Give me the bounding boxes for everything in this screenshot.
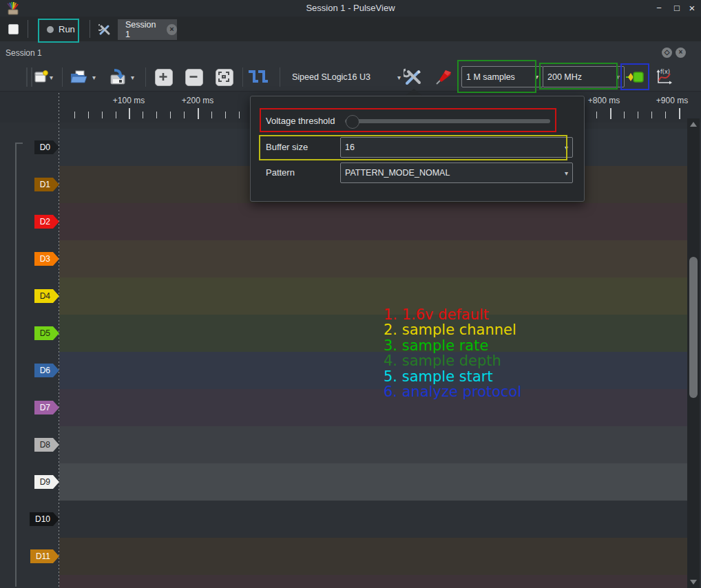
separator [242,67,243,87]
zoom-fit-button[interactable] [216,69,233,86]
window-title: Session 1 - PulseView [0,3,701,13]
annotation-line: 1. 1.6v default [384,307,521,322]
toolbar-drag-handle[interactable] [26,67,32,87]
highlight-box-rate [539,63,618,90]
dock-title: Session 1 [6,48,42,58]
dock-float-icon[interactable]: ◇ [662,48,672,58]
ruler-tick [198,108,199,119]
channel-band-D6 [59,352,687,389]
ruler-tick [225,112,226,118]
pattern-value: PATTERN_MODE_NOMAL [345,168,450,178]
separator [28,20,28,38]
ruler-tick [129,108,130,119]
minimize-button[interactable]: − [653,2,665,14]
channel-flag-D4[interactable]: D4 [34,289,59,303]
scroll-down-icon[interactable] [690,580,697,585]
ruler-tick [184,112,185,118]
scrollbar-thumb[interactable] [689,257,698,398]
channel-flag-D9[interactable]: D9 [34,475,59,489]
device-name: Sipeed SLogic16 U3 [292,72,370,82]
channel-band-D8 [59,426,687,463]
ruler-tick [665,112,666,118]
separator [280,67,280,87]
channel-flag-D3[interactable]: D3 [34,252,59,266]
ruler-tick [88,112,89,118]
device-config-button[interactable] [404,68,423,86]
channel-flag-D6[interactable]: D6 [34,364,59,377]
zoom-in-button[interactable] [155,69,173,86]
probe-button[interactable] [434,68,453,86]
new-view-icon[interactable] [8,24,19,34]
highlight-box-samples [457,60,536,93]
annotation-line: 2. sample channel [384,322,521,337]
channel-band-D7 [59,389,687,426]
separator [618,67,619,87]
dock-close-icon[interactable]: × [676,48,686,58]
pattern-dropdown-icon: ▾ [565,169,568,177]
new-session-button[interactable] [33,68,50,86]
titlebar: Session 1 - PulseView − □ × [0,0,701,17]
ruler-tick [116,112,116,118]
maximize-button[interactable]: □ [671,2,683,14]
vertical-scrollbar[interactable] [687,118,700,588]
ruler-label: +100 ms [105,96,153,105]
device-selector[interactable]: Sipeed SLogic16 U3 ▾ [289,68,404,86]
separator [62,67,63,87]
pattern-select[interactable]: PATTERN_MODE_NOMAL ▾ [340,162,573,183]
channel-band-D10 [59,501,687,538]
channel-group-bracket [15,143,23,587]
tab-session-1[interactable]: Session 1 × [118,19,177,40]
highlight-box-voltage [260,108,556,132]
main-toolbar: Run Session 1 × [0,17,701,41]
open-file-button[interactable] [70,68,88,86]
channel-flag-D7[interactable]: D7 [34,401,59,414]
highlight-box-decoder [620,63,649,90]
pulseview-window: Session 1 - PulseView − □ × Run Session … [0,0,701,588]
annotation-line: 4. sample depth [384,353,521,368]
ruler-tick [170,112,171,118]
ruler-tick [239,112,240,118]
channel-flag-D2[interactable]: D2 [34,215,59,229]
ruler-tick [102,112,103,118]
save-button[interactable] [109,68,127,86]
separator [145,67,146,87]
ruler-tick [679,108,680,119]
math-function-button[interactable]: f(x) [654,68,675,86]
ruler-tick [596,112,597,118]
annotation-line: 3. sample rate [384,338,521,353]
channel-band-D5 [59,315,687,352]
tab-label: Session 1 [118,20,160,39]
save-dropdown-icon[interactable]: ▾ [131,74,134,81]
channel-flag-D5[interactable]: D5 [34,326,59,340]
new-session-dropdown-icon[interactable]: ▾ [50,74,53,81]
separator [90,20,90,38]
channel-flag-D0[interactable]: D0 [34,140,59,154]
channel-flag-D10[interactable]: D10 [30,512,59,526]
device-dropdown-icon: ▾ [397,74,401,81]
pulse-view-icon[interactable] [247,68,271,86]
tab-close-icon[interactable]: × [167,24,177,35]
channel-band-partial [59,575,687,588]
zoom-out-button[interactable] [185,69,203,86]
channel-flag-D11[interactable]: D11 [30,549,59,563]
close-button[interactable]: × [686,2,698,14]
channel-band-D4 [59,277,687,315]
svg-text:f(x): f(x) [660,69,670,75]
channel-flag-D8[interactable]: D8 [34,438,59,452]
ruler-tick [624,112,625,118]
annotation-line: 6. analyze protocol [384,384,521,399]
channel-band-D9 [59,463,687,501]
pattern-label: Pattern [266,167,295,178]
ruler-tick [211,112,212,118]
channel-flag-D1[interactable]: D1 [34,178,59,191]
scroll-up-icon[interactable] [690,122,697,127]
ruler-tick [74,112,75,118]
settings-wrench-icon[interactable] [98,23,111,36]
ruler-tick [651,112,652,118]
highlight-box-run [38,19,79,43]
open-file-dropdown-icon[interactable]: ▾ [92,74,96,81]
ruler-label: +200 ms [174,96,222,105]
ruler-label: +900 ms [648,96,696,105]
channel-band-D3 [59,240,687,277]
popup-arrow [406,89,422,96]
